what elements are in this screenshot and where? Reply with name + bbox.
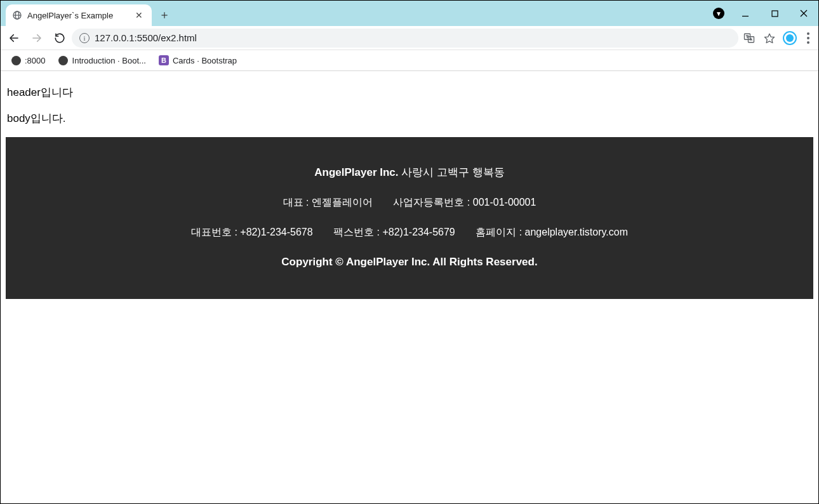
footer-phone: 대표번호 : +82)1-234-5678	[191, 226, 313, 239]
globe-icon	[58, 55, 69, 65]
close-tab-icon[interactable]: ✕	[134, 10, 144, 20]
footer-fax: 팩스번호 : +82)1-234-5679	[333, 226, 455, 239]
site-info-icon[interactable]: i	[79, 33, 90, 43]
chrome-menu-button[interactable]	[801, 32, 816, 44]
bookmark-label: Cards · Bootstrap	[173, 56, 237, 65]
bootstrap-icon: B	[159, 55, 169, 65]
window-maximize-button[interactable]	[760, 1, 789, 26]
footer-line-3: 대표번호 : +82)1-234-5678 팩스번호 : +82)1-234-5…	[18, 226, 801, 239]
account-badge-icon[interactable]: ▼	[713, 8, 724, 19]
globe-icon	[11, 55, 21, 65]
url-text: 127.0.0.1:5500/ex2.html	[95, 32, 197, 43]
svg-rect-6	[772, 11, 778, 17]
bookmark-label: Introduction · Boot...	[72, 56, 146, 65]
bookmark-item[interactable]: Introduction · Boot...	[53, 53, 151, 68]
bookmark-item[interactable]: B Cards · Bootstrap	[154, 53, 242, 68]
body-text: body입니다.	[7, 111, 813, 126]
browser-tab[interactable]: AngelPlayer`s Example ✕	[6, 4, 152, 26]
footer-company-line: AngelPlayer Inc. 사랑시 고백구 행복동	[18, 165, 801, 180]
toolbar: i 127.0.0.1:5500/ex2.html	[1, 26, 818, 50]
translate-icon[interactable]	[740, 29, 759, 48]
page-content: header입니다 body입니다. AngelPlayer Inc. 사랑시 …	[1, 71, 818, 304]
reload-button[interactable]	[49, 27, 70, 49]
footer-copyright: Copyright © AngelPlayer Inc. All Rights …	[18, 256, 801, 269]
tab-strip: AngelPlayer`s Example ✕ ▼	[1, 1, 818, 26]
address-bar[interactable]: i 127.0.0.1:5500/ex2.html	[72, 29, 738, 48]
bookmark-label: :8000	[25, 56, 46, 65]
extension-icon[interactable]	[783, 31, 797, 45]
footer-company: AngelPlayer Inc.	[314, 166, 398, 178]
bookmarks-bar: :8000 Introduction · Boot... B Cards · B…	[1, 50, 818, 71]
tab-title: AngelPlayer`s Example	[27, 11, 134, 20]
svg-marker-13	[765, 34, 775, 43]
page-footer: AngelPlayer Inc. 사랑시 고백구 행복동 대표 : 엔젤플레이어…	[6, 137, 813, 299]
window-minimize-button[interactable]	[731, 1, 760, 26]
window-controls: ▼	[713, 1, 818, 26]
window-close-button[interactable]	[789, 1, 818, 26]
footer-address: 사랑시 고백구 행복동	[401, 166, 504, 178]
forward-button[interactable]	[26, 27, 48, 49]
globe-icon	[12, 10, 22, 20]
bookmark-star-icon[interactable]	[760, 29, 779, 48]
back-button[interactable]	[3, 27, 25, 49]
new-tab-button[interactable]	[156, 6, 173, 24]
footer-ceo: 대표 : 엔젤플레이어	[283, 196, 373, 209]
bookmark-item[interactable]: :8000	[6, 53, 51, 68]
footer-line-2: 대표 : 엔젤플레이어 사업자등록번호 : 001-01-00001	[18, 196, 801, 209]
footer-biz-no: 사업자등록번호 : 001-01-00001	[393, 196, 536, 209]
footer-homepage: 홈페이지 : angelplayer.tistory.com	[476, 226, 628, 239]
header-text: header입니다	[7, 85, 813, 100]
